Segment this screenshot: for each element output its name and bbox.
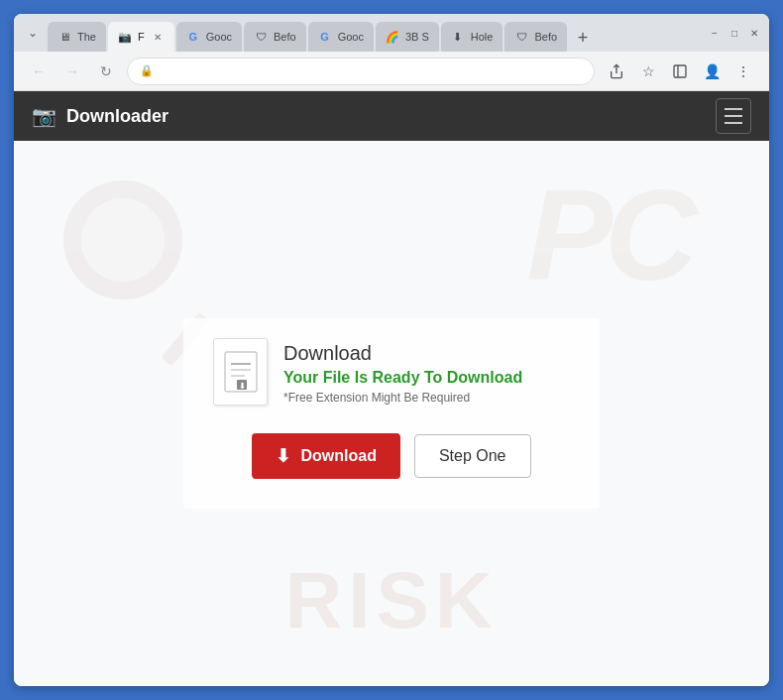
tab-1[interactable]: 🖥 The: [48, 22, 106, 52]
add-tab-button[interactable]: +: [569, 24, 597, 52]
profile-icon[interactable]: 👤: [698, 58, 726, 85]
download-button[interactable]: ⬇ Download: [252, 433, 399, 479]
hamburger-line-3: [725, 122, 742, 124]
download-card: ⬇ Download Your File Is Ready To Downloa…: [183, 318, 600, 509]
tab-8-label: Befo: [534, 31, 557, 43]
tab-3[interactable]: G Gooc: [176, 22, 242, 52]
tab-7-favicon: ⬇: [451, 30, 465, 44]
menu-icon[interactable]: ⋮: [729, 58, 757, 85]
bookmark-icon[interactable]: ☆: [634, 58, 662, 85]
step-one-btn-label: Step One: [439, 447, 506, 464]
toolbar-icons: ☆ 👤 ⋮: [603, 58, 757, 85]
address-bar: ← → ↻ 🔒 ☆ 👤 ⋮: [14, 52, 769, 91]
tab-5-label: Gooc: [338, 31, 364, 43]
svg-text:⬇: ⬇: [238, 382, 245, 391]
card-top: ⬇ Download Your File Is Ready To Downloa…: [213, 338, 522, 406]
magnifier-circle: [63, 180, 182, 299]
title-bar: ⌄ 🖥 The 📷 F ✕ G Gooc 🛡 Befo G Gooc: [14, 14, 769, 52]
hamburger-menu-button[interactable]: [716, 98, 751, 134]
brand-name: Downloader: [66, 106, 168, 127]
reload-button[interactable]: ↻: [93, 58, 119, 84]
download-arrow-icon: ⬇: [276, 445, 290, 467]
tab-7[interactable]: ⬇ Hole: [441, 22, 503, 52]
tab-4[interactable]: 🛡 Befo: [244, 22, 306, 52]
step-one-button[interactable]: Step One: [414, 434, 531, 478]
tab-5[interactable]: G Gooc: [308, 22, 374, 52]
share-icon[interactable]: [603, 58, 630, 85]
hamburger-line-2: [725, 115, 742, 117]
watermark-risk-text: RISK: [284, 555, 498, 646]
tab-6[interactable]: 🌈 3B S: [376, 22, 439, 52]
tab-7-label: Hole: [471, 31, 494, 43]
navbar-brand: 📷 Downloader: [32, 104, 168, 128]
brand-camera-icon: 📷: [32, 104, 56, 128]
tab-3-favicon: G: [186, 30, 200, 44]
svg-rect-1: [674, 65, 686, 77]
download-btn-label: Download: [300, 447, 376, 465]
tab-4-label: Befo: [274, 31, 296, 43]
download-title: Download: [283, 342, 522, 365]
window-controls: − □ ✕: [708, 26, 761, 40]
tab-6-favicon: 🌈: [386, 30, 399, 44]
forward-button[interactable]: →: [59, 58, 85, 84]
back-button[interactable]: ←: [26, 58, 52, 84]
maximize-button[interactable]: □: [727, 26, 741, 40]
tab-2[interactable]: 📷 F ✕: [108, 22, 174, 52]
tab-1-favicon: 🖥: [57, 30, 71, 44]
tab-3-label: Gooc: [206, 31, 232, 43]
browser-window: ⌄ 🖥 The 📷 F ✕ G Gooc 🛡 Befo G Gooc: [14, 14, 769, 686]
tab-4-favicon: 🛡: [254, 30, 268, 44]
hamburger-line-1: [725, 108, 742, 110]
tab-group: 🖥 The 📷 F ✕ G Gooc 🛡 Befo G Gooc 🌈: [48, 14, 696, 52]
tab-list-chevron[interactable]: ⌄: [22, 22, 44, 44]
close-button[interactable]: ✕: [747, 26, 761, 40]
tab-2-close[interactable]: ✕: [151, 30, 165, 44]
tab-8[interactable]: 🛡 Befo: [504, 22, 567, 52]
tab-2-label: F: [138, 31, 145, 43]
tab-2-favicon: 📷: [118, 30, 132, 44]
app-navbar: 📷 Downloader: [14, 91, 769, 141]
tab-1-label: The: [77, 31, 96, 43]
watermark-pc-text: PC: [526, 161, 690, 309]
ready-text: Your File Is Ready To Download: [283, 369, 522, 387]
tab-8-favicon: 🛡: [514, 30, 528, 44]
card-buttons: ⬇ Download Step One: [252, 433, 530, 479]
address-input[interactable]: 🔒: [127, 58, 595, 85]
lock-icon: 🔒: [140, 64, 154, 77]
page-content: PC RISK ⬇ Download: [14, 141, 769, 686]
tab-6-label: 3B S: [405, 31, 429, 43]
file-icon: ⬇: [213, 338, 268, 406]
sidebar-icon[interactable]: [666, 58, 694, 85]
tab-5-favicon: G: [318, 30, 332, 44]
card-text: Download Your File Is Ready To Download …: [283, 338, 522, 405]
note-text: *Free Extension Might Be Required: [283, 391, 522, 405]
minimize-button[interactable]: −: [708, 26, 722, 40]
